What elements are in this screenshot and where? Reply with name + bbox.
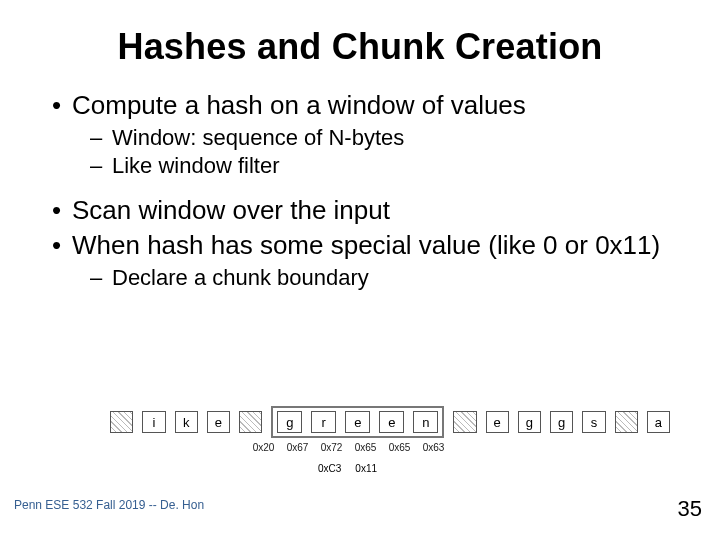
byte-cell bbox=[110, 411, 133, 433]
bullet-2: • Scan window over the input bbox=[52, 195, 674, 226]
hex-label: 0x63 bbox=[421, 442, 446, 453]
hex-row: 0x20 0x67 0x72 0x65 0x65 0x63 bbox=[251, 442, 670, 453]
byte-cell: a bbox=[647, 411, 670, 433]
bullet-1a: – Window: sequence of N-bytes bbox=[90, 125, 674, 151]
byte-cell: e bbox=[486, 411, 509, 433]
byte-cell: g bbox=[550, 411, 573, 433]
bullet-dash: – bbox=[90, 125, 112, 151]
bullet-2-text: Scan window over the input bbox=[72, 195, 390, 226]
bullet-1a-text: Window: sequence of N-bytes bbox=[112, 125, 404, 151]
byte-cell: g bbox=[518, 411, 541, 433]
bullet-3a: – Declare a chunk boundary bbox=[90, 265, 674, 291]
hex-label: 0x65 bbox=[353, 442, 378, 453]
byte-cell: e bbox=[207, 411, 230, 433]
hex-label: 0x72 bbox=[319, 442, 344, 453]
bullet-dot: • bbox=[52, 195, 72, 226]
slide: Hashes and Chunk Creation • Compute a ha… bbox=[0, 0, 720, 540]
bullet-1-text: Compute a hash on a window of values bbox=[72, 90, 526, 121]
hex-label: 0x65 bbox=[387, 442, 412, 453]
bullet-1b: – Like window filter bbox=[90, 153, 674, 179]
bullet-dot: • bbox=[52, 90, 72, 121]
bullet-3-text: When hash has some special value (like 0… bbox=[72, 230, 660, 261]
byte-cell: i bbox=[142, 411, 165, 433]
bullet-dash: – bbox=[90, 153, 112, 179]
hash-hex-row: 0xC3 0x11 bbox=[318, 463, 670, 474]
byte-cell: e bbox=[379, 411, 404, 433]
bullet-1: • Compute a hash on a window of values bbox=[52, 90, 674, 121]
byte-cell: r bbox=[311, 411, 336, 433]
byte-row: i k e g r e e n e g g s a bbox=[110, 406, 670, 438]
bullet-dot: • bbox=[52, 230, 72, 261]
hash-hex-a: 0xC3 bbox=[318, 463, 341, 474]
byte-cell: s bbox=[582, 411, 605, 433]
byte-cell: n bbox=[413, 411, 438, 433]
bullet-3a-text: Declare a chunk boundary bbox=[112, 265, 369, 291]
slide-title: Hashes and Chunk Creation bbox=[46, 26, 674, 68]
byte-cell: e bbox=[345, 411, 370, 433]
window-frame: g r e e n bbox=[271, 406, 444, 438]
byte-cell bbox=[615, 411, 638, 433]
byte-cell bbox=[239, 411, 262, 433]
bullet-1b-text: Like window filter bbox=[112, 153, 280, 179]
hash-hex-b: 0x11 bbox=[355, 463, 377, 474]
byte-cell bbox=[453, 411, 476, 433]
footer-course: Penn ESE 532 Fall 2019 -- De. Hon bbox=[14, 498, 204, 512]
byte-diagram: i k e g r e e n e g g s a 0x20 0x67 0x72… bbox=[110, 406, 670, 474]
bullet-3: • When hash has some special value (like… bbox=[52, 230, 674, 261]
byte-cell: k bbox=[175, 411, 198, 433]
hex-label: 0x20 bbox=[251, 442, 276, 453]
page-number: 35 bbox=[678, 496, 702, 522]
bullet-dash: – bbox=[90, 265, 112, 291]
hex-label: 0x67 bbox=[285, 442, 310, 453]
byte-cell: g bbox=[277, 411, 302, 433]
